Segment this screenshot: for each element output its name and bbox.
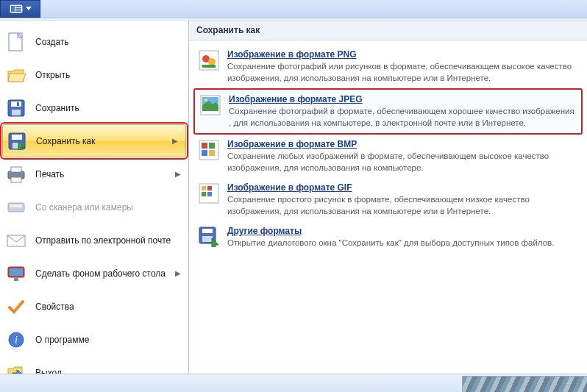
jpeg-icon xyxy=(199,94,221,116)
svg-rect-1 xyxy=(11,6,15,12)
menu-item-email[interactable]: Отправить по электронной почте xyxy=(0,224,188,257)
svg-rect-43 xyxy=(202,236,213,242)
menu-item-new[interactable]: Создать xyxy=(0,25,188,58)
file-menu-right: Сохранить как Изображение в формате PNG … xyxy=(189,21,587,374)
svg-text:i: i xyxy=(15,335,18,346)
format-item-bmp[interactable]: Изображение в формате BMP Сохранение люб… xyxy=(193,135,583,178)
svg-point-30 xyxy=(204,99,207,101)
menu-label: Печать xyxy=(35,169,64,179)
svg-rect-39 xyxy=(202,192,206,196)
file-menu-left: Создать Открыть Сохранить Сохранить как … xyxy=(0,21,189,374)
checkmark-icon xyxy=(6,296,26,317)
envelope-icon xyxy=(6,230,26,251)
format-item-png[interactable]: Изображение в формате PNG Сохранение фот… xyxy=(193,45,583,88)
svg-rect-11 xyxy=(12,135,22,140)
format-text: Другие форматы Открытие диалогового окна… xyxy=(227,226,578,249)
menu-label: Свойства xyxy=(35,302,74,312)
new-document-icon xyxy=(6,32,26,52)
floppy-save-as-icon xyxy=(7,131,27,152)
format-text: Изображение в формате JPEG Сохранение фо… xyxy=(229,94,577,129)
menu-label: Сохранить как xyxy=(36,136,95,146)
svg-rect-40 xyxy=(207,192,212,196)
menu-item-scanner: Со сканера или камеры xyxy=(0,190,188,224)
format-desc: Сохранение фотографий или рисунков в фор… xyxy=(227,61,578,84)
app-menu-button[interactable] xyxy=(0,0,40,18)
png-icon xyxy=(198,49,220,71)
format-title: Изображение в формате GIF xyxy=(227,182,578,193)
svg-rect-20 xyxy=(10,268,23,276)
format-title: Другие форматы xyxy=(227,226,578,236)
svg-rect-38 xyxy=(207,186,212,190)
submenu-header: Сохранить как xyxy=(189,21,587,40)
monitor-icon xyxy=(6,263,26,284)
format-desc: Сохранение простого рисунок в формате, о… xyxy=(227,194,578,217)
bmp-icon xyxy=(198,139,220,161)
menu-item-properties[interactable]: Свойства xyxy=(0,290,188,323)
titlebar xyxy=(0,0,587,18)
svg-rect-35 xyxy=(209,150,215,156)
svg-rect-4 xyxy=(15,10,21,12)
status-bar xyxy=(0,374,587,392)
svg-rect-8 xyxy=(12,110,21,115)
svg-rect-2 xyxy=(15,6,21,7)
menu-label: Создать xyxy=(35,37,69,47)
scanner-icon xyxy=(6,197,26,218)
canvas-preview xyxy=(462,376,587,392)
svg-rect-9 xyxy=(17,102,19,106)
menu-label: Открыть xyxy=(35,70,70,80)
file-menu: Создать Открыть Сохранить Сохранить как … xyxy=(0,21,587,374)
submenu-arrow-icon: ▶ xyxy=(172,137,178,145)
menu-item-about[interactable]: i О программе xyxy=(0,323,188,356)
menu-item-save[interactable]: Сохранить xyxy=(0,91,188,124)
format-item-other[interactable]: Другие форматы Открытие диалогового окна… xyxy=(193,221,583,254)
folder-open-icon xyxy=(6,65,26,85)
format-desc: Сохранение любых изображений в формате, … xyxy=(227,151,578,174)
gif-icon xyxy=(198,182,220,204)
save-dialog-icon xyxy=(198,226,220,248)
format-item-gif[interactable]: Изображение в формате GIF Сохранение про… xyxy=(193,178,583,221)
menu-item-print[interactable]: Печать ▶ xyxy=(0,157,188,190)
menu-item-save-as[interactable]: Сохранить как ▶ xyxy=(2,124,186,157)
floppy-save-icon xyxy=(6,98,26,118)
menu-item-desktop-bg[interactable]: Сделать фоном рабочего стола ▶ xyxy=(0,257,188,290)
svg-rect-21 xyxy=(14,278,18,281)
menu-item-open[interactable]: Открыть xyxy=(0,58,188,91)
format-text: Изображение в формате BMP Сохранение люб… xyxy=(227,139,578,174)
svg-point-26 xyxy=(208,58,216,65)
svg-rect-17 xyxy=(10,204,22,207)
submenu-arrow-icon: ▶ xyxy=(175,269,181,277)
svg-rect-33 xyxy=(209,143,215,149)
format-title: Изображение в формате JPEG xyxy=(229,94,577,104)
svg-rect-14 xyxy=(11,167,21,172)
printer-icon xyxy=(6,164,26,185)
svg-rect-37 xyxy=(202,186,206,190)
menu-label: Отправить по электронной почте xyxy=(35,235,171,246)
format-desc: Сохранение фотографий в формате, обеспеч… xyxy=(229,106,577,129)
svg-rect-42 xyxy=(202,229,213,233)
format-desc: Открытие диалогового окна "Сохранить как… xyxy=(227,238,578,249)
menu-label: Сохранить xyxy=(35,103,79,113)
menu-label: Сделать фоном рабочего стола xyxy=(35,268,166,279)
svg-rect-32 xyxy=(202,143,207,149)
dropdown-arrow-icon xyxy=(26,7,32,11)
menu-label: Со сканера или камеры xyxy=(35,202,133,213)
submenu-arrow-icon: ▶ xyxy=(175,170,181,178)
format-text: Изображение в формате PNG Сохранение фот… xyxy=(227,49,578,84)
svg-rect-3 xyxy=(15,8,21,10)
format-title: Изображение в формате BMP xyxy=(227,139,578,149)
format-text: Изображение в формате GIF Сохранение про… xyxy=(227,182,578,217)
svg-rect-34 xyxy=(202,150,207,156)
svg-rect-27 xyxy=(202,65,216,68)
svg-rect-7 xyxy=(11,101,21,107)
svg-rect-15 xyxy=(11,177,21,182)
format-title: Изображение в формате PNG xyxy=(227,49,578,60)
info-icon: i xyxy=(6,329,26,350)
app-menu-icon xyxy=(9,4,24,14)
menu-label: О программе xyxy=(35,335,89,345)
format-item-jpeg[interactable]: Изображение в формате JPEG Сохранение фо… xyxy=(193,88,583,135)
submenu-body: Изображение в формате PNG Сохранение фот… xyxy=(189,40,587,258)
